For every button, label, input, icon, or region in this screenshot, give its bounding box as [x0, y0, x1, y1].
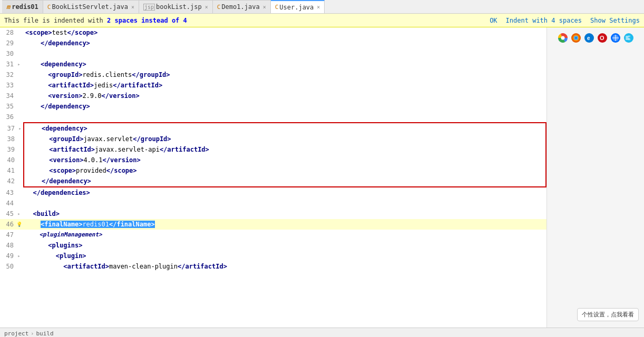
tab-list: m redis01 C BookListServlet.java × jsp b…: [2, 0, 325, 13]
tab-BookListServlet[interactable]: C BookListServlet.java ×: [43, 0, 139, 13]
settings-button[interactable]: Show Settings: [590, 17, 640, 24]
ok-button[interactable]: OK: [490, 17, 497, 24]
linenum-30: 30: [0, 50, 15, 57]
code-40: <version>4.0.1</version>: [24, 155, 545, 165]
tab-redis01-icon: m: [6, 3, 10, 11]
tab-User-close[interactable]: ×: [317, 4, 320, 10]
tab-User-icon: C: [275, 4, 279, 11]
line-28: 28 <scope>test</scope>: [0, 27, 547, 38]
svg-point-2: [561, 36, 564, 40]
code-36: [23, 112, 547, 122]
notification-bar: This file is indented with 2 spaces inst…: [0, 14, 644, 27]
tab-User-label: User.java: [279, 4, 314, 11]
line-32: 32 <groupId>redis.clients</groupId>: [0, 70, 547, 80]
linenum-41: 41: [1, 167, 16, 174]
code-43: </dependencies>: [23, 187, 547, 198]
tab-bookList[interactable]: jsp bookList.jsp ×: [139, 0, 213, 13]
code-28: <scope>test</scope>: [23, 27, 547, 38]
linenum-39: 39: [1, 146, 16, 153]
code-30: [23, 48, 547, 59]
linenum-35: 35: [0, 103, 15, 110]
linenum-36: 36: [0, 113, 15, 121]
red-border-block: 37 ▸ <dependency> 38 <groupId>javax.serv…: [23, 122, 547, 187]
svg-point-6: [575, 37, 577, 39]
code-33: <artifactId>jedis</artifactId>: [23, 80, 547, 91]
tab-redis01[interactable]: m redis01: [2, 0, 43, 13]
linenum-44: 44: [0, 200, 15, 207]
code-editor[interactable]: 28 <scope>test</scope> 29 </dependency> …: [0, 27, 547, 328]
line-38: 38 <groupId>javax.servlet</groupId>: [1, 134, 545, 144]
line-42: 42 </dependency>: [1, 176, 545, 186]
tab-bookList-label: bookList.jsp: [156, 3, 202, 11]
line-30: 30: [0, 48, 547, 59]
code-47: <pluginManagement>: [23, 230, 547, 240]
tab-bookList-icon: jsp: [143, 4, 155, 11]
linenum-28: 28: [0, 29, 15, 36]
tab-bookList-close[interactable]: ×: [205, 4, 208, 10]
safari-icon[interactable]: [610, 33, 621, 43]
svg-text:O: O: [600, 35, 604, 41]
right-panel: e O IE: [547, 27, 644, 328]
code-41: <scope>provided</scope>: [24, 165, 545, 176]
linenum-33: 33: [0, 82, 15, 89]
tab-bar: m redis01 C BookListServlet.java × jsp b…: [0, 0, 644, 14]
linenum-29: 29: [0, 39, 15, 47]
linenum-32: 32: [0, 71, 15, 78]
line-41: 41 <scope>provided</scope>: [1, 165, 545, 176]
code-39: <artifactId>javax.servlet-api</artifactI…: [24, 144, 545, 155]
linenum-47: 47: [0, 231, 15, 239]
breadcrumb-project: project: [4, 330, 28, 337]
linenum-43: 43: [0, 189, 15, 196]
line-29: 29 </dependency>: [0, 38, 547, 48]
linenum-42: 42: [1, 177, 16, 185]
line-35: 35 </dependency>: [0, 101, 547, 112]
indent-button[interactable]: Indent with 4 spaces: [506, 17, 582, 24]
line-43: 43 </dependencies>: [0, 187, 547, 198]
editor-area: 28 <scope>test</scope> 29 </dependency> …: [0, 27, 644, 328]
tab-redis01-label: redis01: [12, 3, 38, 11]
linenum-34: 34: [0, 92, 15, 100]
fold-46: 💡: [15, 222, 23, 227]
linenum-49: 49: [0, 252, 15, 260]
chrome-icon[interactable]: [558, 33, 568, 43]
code-37: <dependency>: [24, 123, 545, 134]
tab-Demo1[interactable]: C Demo1.java ×: [213, 0, 271, 13]
line-40: 40 <version>4.0.1</version>: [1, 155, 545, 165]
linenum-38: 38: [1, 135, 16, 143]
code-45: <build>: [23, 209, 547, 219]
tab-Demo1-label: Demo1.java: [221, 3, 259, 11]
notification-text-before: This file is indented with: [4, 17, 107, 24]
tab-BookListServlet-close[interactable]: ×: [131, 4, 134, 10]
edge-icon[interactable]: e: [584, 33, 594, 43]
bottom-widget-text: 个性设置，点我看看: [582, 311, 634, 318]
opera-icon[interactable]: O: [597, 33, 608, 43]
line-47: 47 <pluginManagement>: [0, 230, 547, 240]
code-48: <plugins>: [23, 240, 547, 251]
line-48: 48 <plugins>: [0, 240, 547, 251]
fold-31: ▸: [15, 62, 23, 67]
bottom-widget[interactable]: 个性设置，点我看看: [577, 308, 639, 321]
linenum-31: 31: [0, 61, 15, 68]
line-37: 37 ▸ <dependency>: [1, 123, 545, 134]
breadcrumb-build: build: [36, 330, 53, 337]
line-34: 34 <version>2.9.0</version>: [0, 91, 547, 101]
code-50: <artifactId>maven-clean-plugin</artifact…: [23, 261, 547, 272]
tab-BookListServlet-label: BookListServlet.java: [52, 3, 128, 11]
code-34: <version>2.9.0</version>: [23, 91, 547, 101]
notification-actions: OK Indent with 4 spaces Show Settings: [490, 17, 640, 24]
line-33: 33 <artifactId>jedis</artifactId>: [0, 80, 547, 91]
ie-icon[interactable]: IE: [623, 33, 634, 43]
line-36: 36: [0, 112, 547, 122]
code-32: <groupId>redis.clients</groupId>: [23, 70, 547, 80]
tab-Demo1-close[interactable]: ×: [263, 4, 266, 10]
code-29: </dependency>: [23, 38, 547, 48]
firefox-icon[interactable]: [571, 33, 581, 43]
line-31: 31 ▸ <dependency>: [0, 59, 547, 70]
tab-Demo1-icon: C: [217, 4, 221, 11]
linenum-45: 45: [0, 210, 15, 217]
tab-BookListServlet-icon: C: [47, 4, 51, 11]
notification-highlight: 2 spaces instead of 4: [107, 17, 187, 24]
linenum-37: 37: [1, 125, 16, 132]
tab-User[interactable]: C User.java ×: [271, 0, 325, 13]
svg-text:IE: IE: [626, 35, 631, 41]
